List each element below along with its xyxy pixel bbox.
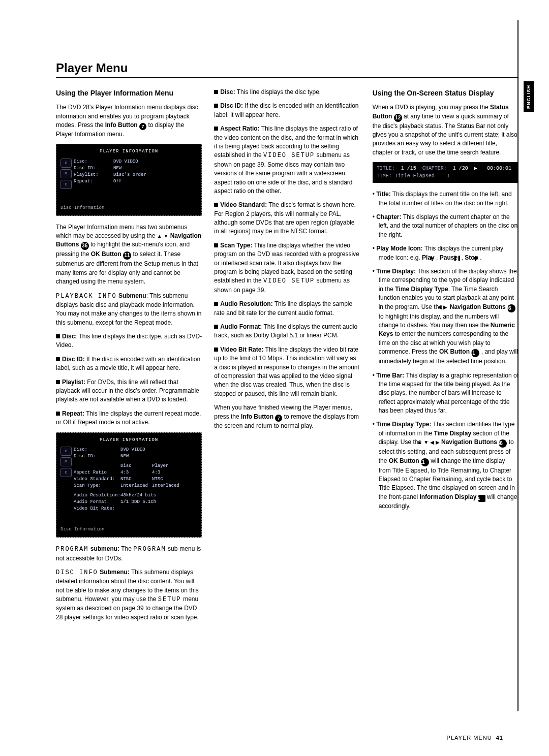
c2-end: When you have finished viewing the Playe… [214,403,360,430]
text: This line displays the disc type. [235,88,321,96]
mono-label: DISC INFO [56,569,98,576]
li-disc: Disc: This line displays the disc type, … [56,332,202,350]
text: The [119,545,133,552]
col-2: Disc: This line displays the disc type. … [214,88,360,627]
nav-buttons-icon: 36 [81,242,89,250]
footer-section: PLAYER MENU [447,735,492,741]
ok-button-label: OK Button [389,457,419,464]
c2-discid: Disc ID: If the disc is encoded with an … [214,102,360,119]
osd-k: Repeat: [74,178,113,185]
li-chapter: Chapter: This displays the current chapt… [373,213,518,239]
text: This line displays the video bit rate up… [214,346,359,397]
text: Time Display: [376,268,416,275]
c2-afmt: Audio Format: This line displays the cur… [214,323,360,340]
bullet-icon [214,302,218,306]
col-3: Using the On-Screen Status Display When … [373,88,518,627]
osd-k: Scan Type: [74,483,120,489]
c2-scan: Scan Type: This line displays whether th… [214,241,360,295]
osd1-title: PLAYER INFORMATION [60,148,197,155]
osd-h: Disc [120,463,152,469]
nav-buttons-icon: 36 [499,439,507,448]
arrows-icon: ▲ ▼ ◀ ▶ [423,439,439,447]
osd-v: NEW [113,165,121,172]
ok-button-label: OK Button [91,250,121,258]
ok-button-icon: 11 [123,251,131,260]
status-label: TITLE: [377,166,395,171]
col3-p1: When a DVD is playing, you may press the… [373,103,518,157]
mono-label: PROGRAM [56,546,88,553]
status-button-icon: 12 [394,114,402,122]
status-value: 1 /15 [401,166,416,171]
text: Aspect Ratio: [220,125,259,132]
osd-v: NTSC [152,476,184,483]
osd-icon: O [60,447,72,456]
page: ENGLISH Player Menu Using the Player Inf… [0,0,549,756]
info-button-label: Info Button [105,121,138,129]
osd-k: Playlist: [74,172,113,178]
osd-icon: C [60,180,72,189]
bullet-icon [214,127,218,131]
li-timedisplay: Time Display: This section of the displa… [373,267,518,366]
osd-k: Video Bit Rate: [74,506,120,512]
text: Chapter: [376,213,401,220]
osd-v: 1/1 DDD 5.1Ch [120,499,156,506]
li-timebar: Time Bar: This display is a graphic repr… [373,371,518,416]
nav-buttons-label: Navigation Buttons [441,438,497,446]
osd-k: Aspect Ratio: [74,469,120,476]
c2-aspect: Aspect Ratio: This line displays the asp… [214,124,360,196]
col1-p2: The Player Information menu has two subm… [56,223,202,287]
text: to highlight this display, and the numbe… [379,313,499,329]
li-playlist: Playlist: For DVDs, this line will refle… [56,378,202,404]
columns: Using the Player Information Menu The DV… [56,88,518,627]
osd-v: NEW [120,453,129,460]
title-rule [56,77,518,78]
osd-k: Disc: [74,447,120,453]
bullet-icon [56,334,60,338]
info-display-label: Information Display [419,493,476,500]
status-bar-osd: TITLE: 1 /15 CHAPTER: 1 /20 ▶ 00:00:01 T… [373,162,518,183]
osd1-rows: Disc:DVD VIDEO Disc ID:NEW Playlist:Disc… [74,159,197,191]
status-label: CHAPTER: [422,166,447,171]
osd-icon: O [60,159,72,168]
margin-rule [517,20,518,711]
bullet-icon [56,412,60,416]
osd-icon: ≡ [60,457,72,466]
osd-icon: C [60,468,72,477]
li-discid: Disc ID: If the disc is encoded with an … [56,355,202,373]
bullet-icon [214,104,218,108]
text: Disc ID: [220,102,243,109]
li-tdt: Time Display Type: This section identifi… [373,420,518,511]
osd-v: Off [113,178,121,185]
discinfo-para: DISC INFO Submenu: This submenu displays… [56,568,202,622]
bullet-icon [214,203,218,207]
language-tab: ENGLISH [524,81,534,112]
text: submenu: [88,545,119,552]
program-para: PROGRAM submenu: The PROGRAM sub-menu is… [56,545,202,563]
ok-button-icon: 11 [421,458,429,466]
ok-button-icon: 11 [471,349,479,357]
mono-label: SETUP [158,596,181,603]
mono-label: VIDEO SETUP [263,152,315,159]
text: Time Display [434,430,471,437]
osd1-footer: Disc Information [60,205,197,211]
playback-info-para: PLAYBACK INFO Submenu: This submenu disp… [56,292,202,328]
status-time: 00:00:01 [487,165,511,173]
text: Repeat: [62,410,84,417]
osd-k: Disc: [74,159,113,165]
osd-k: Video Standard: [74,476,120,483]
text: This line displays the disc type, such a… [56,333,202,349]
osd-v: Disc's order [113,172,146,178]
li-repeat: Repeat: This line displays the current r… [56,410,202,427]
osd-v: DVD VIDEO [120,447,145,453]
osd-v: 4:3 [120,469,152,476]
c2-vbr: Video Bit Rate: This line displays the v… [214,345,360,398]
osd-k: Disc ID: [74,165,113,172]
col3-heading: Using the On-Screen Status Display [373,88,518,98]
nav-buttons-icon: 36 [507,304,515,312]
info-button-icon: 7 [275,415,282,422]
osd-k: Audio Resolution: [74,492,120,499]
info-button-icon: 7 [139,123,146,130]
osd2-title: PLAYER INFORMATION [60,437,197,444]
col1-p1: The DVD 28's Player Information menu dis… [56,103,202,139]
li-playmode: Play Mode Icon: This displays the curren… [373,244,518,262]
